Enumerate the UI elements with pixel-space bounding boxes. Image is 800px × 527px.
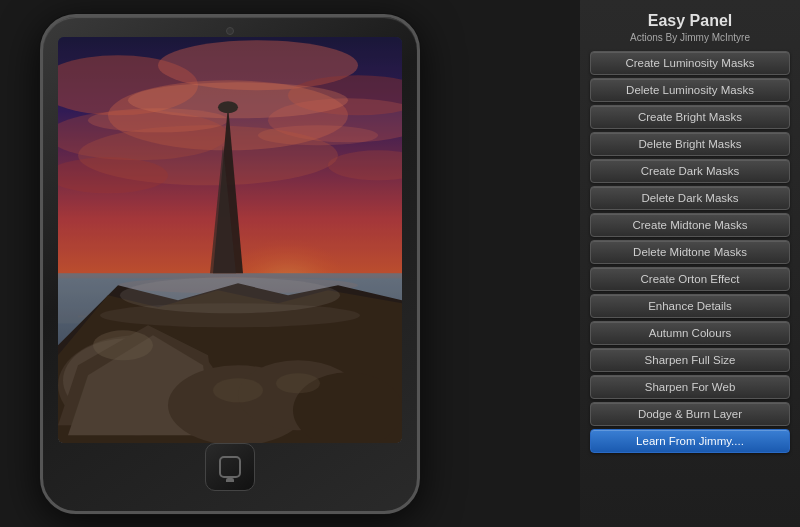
btn-create-luminosity-masks[interactable]: Create Luminosity Masks [590, 51, 790, 75]
btn-learn-from-jimmy[interactable]: Learn From Jimmy.... [590, 429, 790, 453]
btn-dodge-burn-layer[interactable]: Dodge & Burn Layer [590, 402, 790, 426]
home-icon [219, 456, 241, 478]
ipad-section [0, 0, 460, 527]
btn-create-orton-effect[interactable]: Create Orton Effect [590, 267, 790, 291]
panel-buttons: Create Luminosity MasksDelete Luminosity… [590, 51, 790, 453]
btn-delete-bright-masks[interactable]: Delete Bright Masks [590, 132, 790, 156]
btn-enhance-details[interactable]: Enhance Details [590, 294, 790, 318]
btn-create-dark-masks[interactable]: Create Dark Masks [590, 159, 790, 183]
svg-rect-40 [58, 37, 402, 444]
btn-sharpen-for-web[interactable]: Sharpen For Web [590, 375, 790, 399]
btn-delete-dark-masks[interactable]: Delete Dark Masks [590, 186, 790, 210]
btn-sharpen-full-size[interactable]: Sharpen Full Size [590, 348, 790, 372]
ipad-camera [226, 27, 234, 35]
btn-delete-midtone-masks[interactable]: Delete Midtone Masks [590, 240, 790, 264]
btn-create-bright-masks[interactable]: Create Bright Masks [590, 105, 790, 129]
easy-panel: Easy Panel Actions By Jimmy McIntyre Cre… [580, 0, 800, 527]
btn-autumn-colours[interactable]: Autumn Colours [590, 321, 790, 345]
panel-subtitle: Actions By Jimmy McIntyre [630, 32, 750, 43]
btn-create-midtone-masks[interactable]: Create Midtone Masks [590, 213, 790, 237]
btn-delete-luminosity-masks[interactable]: Delete Luminosity Masks [590, 78, 790, 102]
ipad-screen [58, 37, 402, 444]
ipad-home-button[interactable] [205, 443, 255, 490]
ipad-frame [40, 14, 420, 514]
panel-title: Easy Panel [648, 12, 733, 30]
